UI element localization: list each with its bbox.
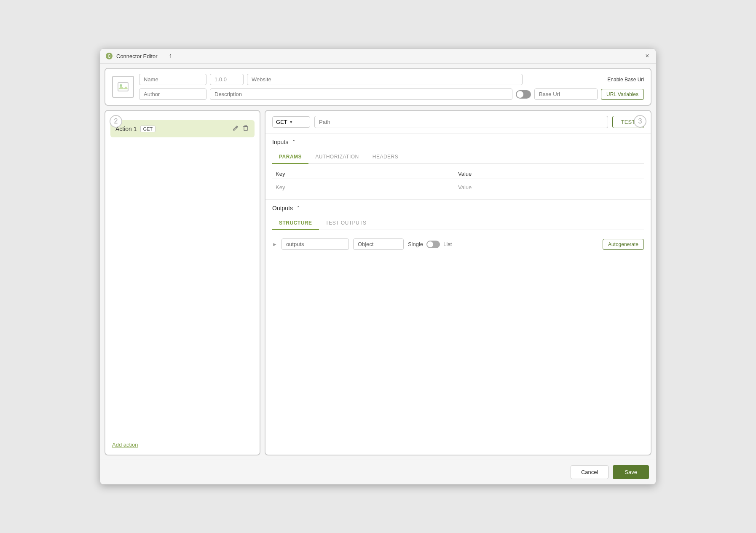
single-list-toggle: Single List [408,241,452,248]
svg-rect-10 [245,126,247,126]
path-input[interactable] [314,116,608,128]
url-variables-button[interactable]: URL Variables [601,89,644,100]
delete-action-button[interactable] [242,124,249,133]
name-input[interactable] [139,74,206,85]
output-type-input[interactable] [353,238,404,250]
header-row-2: URL Variables [139,88,644,100]
autogenerate-button[interactable]: Autogenerate [603,239,644,250]
image-icon [117,82,129,92]
svg-line-4 [236,127,237,128]
tab-authorization[interactable]: AUTHORIZATION [308,150,366,164]
tab-params[interactable]: PARAMS [272,150,308,164]
svg-rect-2 [118,83,128,91]
single-label: Single [408,241,423,247]
main-content: 2 Action 1 GET [105,110,651,455]
key-column-header: Key [276,171,458,177]
outputs-section: Outputs ⌃ STRUCTURE TEST OUTPUTS ► Singl… [265,199,651,258]
base-url-toggle[interactable] [516,90,531,99]
dropdown-chevron-icon: ▼ [289,120,293,124]
action-item-right [232,124,249,133]
edit-action-button[interactable] [232,124,239,133]
outputs-chevron-icon[interactable]: ⌃ [296,205,300,211]
cancel-button[interactable]: Cancel [571,465,609,479]
trash-icon [243,125,249,131]
website-input[interactable] [247,74,523,85]
author-input[interactable] [139,88,206,100]
step-1-indicator: 1 [169,53,172,59]
value-cell: Value [458,184,641,190]
version-input[interactable] [210,74,244,85]
description-input[interactable] [210,88,512,100]
left-panel: 2 Action 1 GET [105,110,260,455]
connector-icon: C [105,52,113,60]
single-list-toggle-switch[interactable] [426,241,440,248]
output-name-input[interactable] [281,238,349,250]
header-row-1: Enable Base Url [139,74,644,85]
method-label: GET [276,119,287,125]
action-bar: GET ▼ TEST [265,111,651,134]
header-content: Enable Base Url URL Variables [112,74,644,100]
header-section: Enable Base Url URL Variables [105,68,651,106]
title-bar-left: C Connector Editor 1 [105,52,172,60]
pencil-icon [233,125,239,131]
action-badge: GET [140,126,156,132]
table-row: Key Value [272,181,644,194]
key-cell: Key [276,184,458,190]
inputs-title: Inputs [272,139,288,145]
footer: Cancel Save [100,460,656,484]
inputs-header: Inputs ⌃ [272,139,644,145]
enable-base-url-section: Enable Base Url [526,77,644,83]
window-title: Connector Editor [116,53,158,59]
outputs-header: Outputs ⌃ [272,205,644,212]
list-label: List [443,241,452,247]
title-bar: C Connector Editor 1 × [100,49,656,64]
step-3-indicator: 3 [634,115,646,128]
enable-base-url-label: Enable Base Url [607,77,644,83]
svg-rect-5 [244,127,247,131]
inputs-section: Inputs ⌃ PARAMS AUTHORIZATION HEADERS Ke… [265,134,651,199]
svg-text:C: C [107,54,110,59]
tab-structure[interactable]: STRUCTURE [272,217,319,230]
table-header: Key Value [272,169,644,179]
output-expand-icon[interactable]: ► [272,241,277,247]
right-panel: 3 GET ▼ TEST Inputs ⌃ PARAMS AUTHOR [265,110,651,455]
inputs-chevron-icon[interactable]: ⌃ [292,139,296,145]
value-column-header: Value [458,171,641,177]
tab-headers[interactable]: HEADERS [366,150,405,164]
logo-box[interactable] [112,76,134,98]
close-button[interactable]: × [644,53,651,59]
method-dropdown[interactable]: GET ▼ [272,116,310,128]
action-item-left: Action 1 GET [115,126,155,132]
header-inputs: Enable Base Url URL Variables [139,74,644,100]
base-url-input[interactable] [534,88,598,100]
inputs-tabs: PARAMS AUTHORIZATION HEADERS [272,150,644,164]
outputs-controls-row: ► Single List Autogenerate [272,235,644,253]
save-button[interactable]: Save [613,465,649,479]
tab-test-outputs[interactable]: TEST OUTPUTS [319,217,373,230]
connector-editor-window: C Connector Editor 1 × [100,48,656,485]
step-2-indicator: 2 [110,115,122,128]
outputs-row: ► Single List [272,235,452,253]
action-item[interactable]: Action 1 GET [110,120,255,137]
outputs-tabs: STRUCTURE TEST OUTPUTS [272,217,644,230]
add-action-button[interactable]: Add action [112,442,138,448]
outputs-title: Outputs [272,205,293,212]
